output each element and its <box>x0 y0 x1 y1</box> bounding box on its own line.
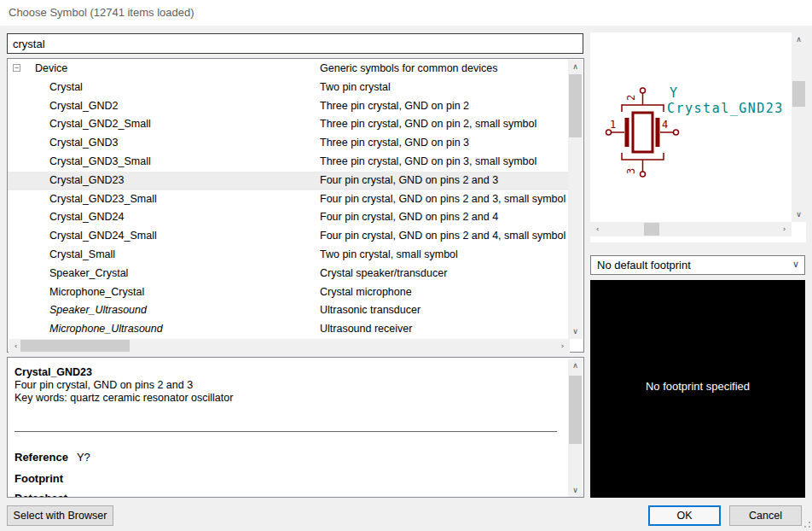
tree-horizontal-scrollbar[interactable]: ‹ › <box>9 339 570 353</box>
footprint-preview-panel: No footprint specified <box>590 280 805 498</box>
pin2-end <box>641 88 646 93</box>
symbol-tree-rows: − Device Generic symbols for common devi… <box>8 60 569 339</box>
tree-row-crystal-gnd2[interactable]: Crystal_GND2 Three pin crystal, GND on p… <box>8 97 569 116</box>
symbol-reference-label: Y <box>670 85 679 101</box>
pin3-number: 3 <box>625 168 637 174</box>
detail-description: Four pin crystal, GND on pins 2 and 3 <box>14 379 193 391</box>
scroll-right-icon[interactable]: › <box>777 222 792 236</box>
scroll-up-icon[interactable]: ∧ <box>568 359 583 373</box>
scrollbar-thumb[interactable] <box>20 340 130 352</box>
detail-field-reference: ReferenceY? <box>14 451 90 464</box>
page-title: Choose Symbol (12741 items loaded) <box>9 6 194 19</box>
pin2-number: 2 <box>625 95 637 101</box>
scroll-right-icon[interactable]: › <box>555 339 570 353</box>
pin3-end <box>641 172 646 177</box>
tree-row-crystal-gnd3-small[interactable]: Crystal_GND3_Small Three pin crystal, GN… <box>8 153 569 172</box>
preview-horizontal-scrollbar[interactable]: ‹ › <box>590 222 792 236</box>
tree-row-microphone-ultrasound[interactable]: Microphone_Ultrasound Ultrasound receive… <box>8 320 569 339</box>
symbol-tree: − Device Generic symbols for common devi… <box>7 58 584 353</box>
tree-row-crystal[interactable]: Crystal Two pin crystal <box>8 79 569 97</box>
details-vertical-scrollbar[interactable]: ∧ ∨ <box>568 359 583 498</box>
symbol-name-label: Crystal_GND23 <box>667 101 784 116</box>
pin1-number: 1 <box>610 119 616 131</box>
detail-field-footprint: Footprint <box>14 472 72 485</box>
cancel-button[interactable]: Cancel <box>729 505 802 526</box>
scroll-up-icon[interactable]: ∧ <box>792 32 806 47</box>
chevron-down-icon: ∨ <box>792 259 799 270</box>
collapse-icon[interactable]: − <box>13 64 20 72</box>
resize-grip[interactable] <box>800 517 810 528</box>
tree-row-crystal-small[interactable]: Crystal_Small Two pin crystal, small sym… <box>8 246 569 265</box>
tree-row-device[interactable]: − Device Generic symbols for common devi… <box>8 60 569 79</box>
tree-vertical-scrollbar[interactable]: ∧ ∨ <box>568 60 583 339</box>
scrollbar-thumb[interactable] <box>792 81 805 107</box>
scroll-down-icon[interactable]: ∨ <box>568 483 583 498</box>
tree-row-speaker-ultrasound[interactable]: Speaker_Ultrasound Ultrasonic transducer <box>8 301 569 320</box>
scrollbar-thumb[interactable] <box>644 223 659 236</box>
tree-row-crystal-gnd23-small[interactable]: Crystal_GND23_Small Four pin crystal, GN… <box>8 190 569 209</box>
select-with-browser-button[interactable]: Select with Browser <box>7 505 113 526</box>
footprint-preview-message: No footprint specified <box>646 380 750 393</box>
title-bar: Choose Symbol (12741 items loaded) <box>0 0 812 26</box>
search-input[interactable] <box>7 33 583 54</box>
detail-keywords: Key words: quartz ceramic resonator osci… <box>14 392 233 404</box>
footprint-select[interactable]: No default footprint ∨ <box>590 255 805 275</box>
symbol-preview-panel: 1 4 2 3 Y Crystal_GND23 ∧ ∨ ‹ › <box>590 32 806 242</box>
preview-vertical-scrollbar[interactable]: ∧ ∨ <box>792 32 806 222</box>
tree-row-crystal-gnd23-selected[interactable]: Crystal_GND23 Four pin crystal, GND on p… <box>8 172 569 190</box>
crystal-body <box>633 113 652 152</box>
bottom-bracket <box>622 153 664 160</box>
footprint-select-value: No default footprint <box>597 259 691 271</box>
scrollbar-thumb[interactable] <box>569 376 582 444</box>
ok-button[interactable]: OK <box>648 505 721 526</box>
scroll-down-icon[interactable]: ∨ <box>568 324 583 339</box>
symbol-details-panel: Crystal_GND23 Four pin crystal, GND on p… <box>7 357 584 498</box>
scroll-left-icon[interactable]: ‹ <box>590 222 605 236</box>
top-bracket <box>622 105 664 112</box>
tree-row-crystal-gnd24-small[interactable]: Crystal_GND24_Small Four pin crystal, GN… <box>8 227 569 246</box>
detail-divider <box>14 431 557 432</box>
scroll-up-icon[interactable]: ∧ <box>568 60 583 74</box>
scrollbar-corner <box>792 222 806 242</box>
tree-row-microphone-crystal[interactable]: Microphone_Crystal Crystal microphone <box>8 283 569 302</box>
tree-row-crystal-gnd24[interactable]: Crystal_GND24 Four pin crystal, GND on p… <box>8 208 569 227</box>
detail-symbol-name: Crystal_GND23 <box>14 366 92 378</box>
scrollbar-thumb[interactable] <box>569 74 582 137</box>
scroll-down-icon[interactable]: ∨ <box>792 207 806 222</box>
crystal-symbol-drawing: 1 4 2 3 Y Crystal_GND23 <box>590 32 792 222</box>
pin4-end <box>674 130 679 135</box>
symbol-details-content: Crystal_GND23 Four pin crystal, GND on p… <box>8 358 569 497</box>
tree-row-crystal-gnd2-small[interactable]: Crystal_GND2_Small Three pin crystal, GN… <box>8 115 569 134</box>
tree-row-crystal-gnd3[interactable]: Crystal_GND3 Three pin crystal, GND on p… <box>8 134 569 153</box>
detail-field-datasheet: Datasheet <box>14 492 76 497</box>
tree-row-speaker-crystal[interactable]: Speaker_Crystal Crystal speaker/transduc… <box>8 265 569 283</box>
pin4-number: 4 <box>662 119 668 131</box>
